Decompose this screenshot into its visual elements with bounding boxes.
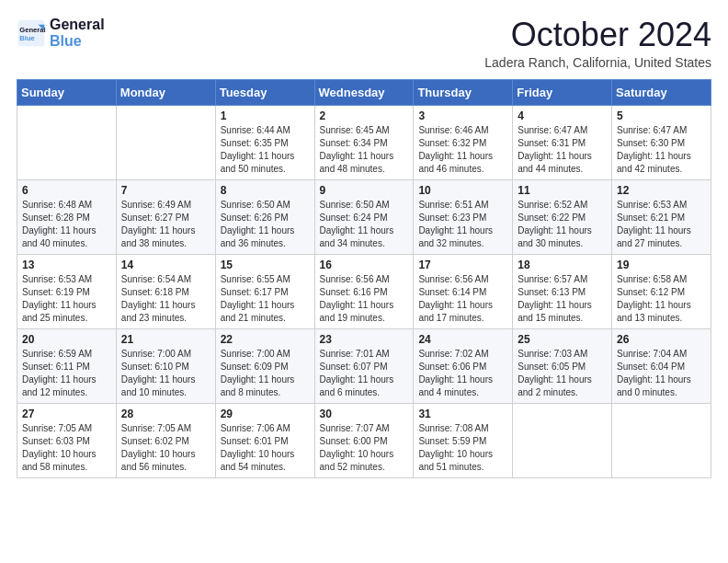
cell-info: Sunrise: 7:06 AM Sunset: 6:01 PM Dayligh… — [221, 422, 310, 474]
calendar-cell: 8Sunrise: 6:50 AM Sunset: 6:26 PM Daylig… — [215, 179, 314, 254]
calendar-cell: 25Sunrise: 7:03 AM Sunset: 6:05 PM Dayli… — [513, 328, 612, 403]
calendar-cell: 13Sunrise: 6:53 AM Sunset: 6:19 PM Dayli… — [17, 254, 117, 328]
cell-info: Sunrise: 6:50 AM Sunset: 6:24 PM Dayligh… — [320, 199, 409, 250]
logo-line1: General — [50, 17, 105, 33]
cell-info: Sunrise: 6:56 AM Sunset: 6:16 PM Dayligh… — [320, 273, 409, 325]
cell-info: Sunrise: 6:47 AM Sunset: 6:31 PM Dayligh… — [518, 124, 607, 176]
calendar-cell: 9Sunrise: 6:50 AM Sunset: 6:24 PM Daylig… — [314, 179, 414, 254]
calendar-cell: 22Sunrise: 7:00 AM Sunset: 6:09 PM Dayli… — [215, 328, 314, 403]
day-number: 19 — [617, 259, 706, 271]
calendar-cell: 18Sunrise: 6:57 AM Sunset: 6:13 PM Dayli… — [513, 254, 612, 328]
day-number: 20 — [22, 333, 111, 346]
cell-info: Sunrise: 6:48 AM Sunset: 6:28 PM Dayligh… — [22, 199, 111, 250]
day-number: 1 — [221, 109, 310, 122]
cell-info: Sunrise: 6:53 AM Sunset: 6:21 PM Dayligh… — [617, 199, 706, 250]
calendar-cell: 15Sunrise: 6:55 AM Sunset: 6:17 PM Dayli… — [215, 254, 314, 328]
day-header-thursday: Thursday — [414, 79, 513, 105]
header: General Blue General Blue October 2024 L… — [17, 17, 711, 70]
day-number: 18 — [518, 259, 607, 271]
cell-info: Sunrise: 7:02 AM Sunset: 6:06 PM Dayligh… — [418, 348, 507, 399]
day-header-wednesday: Wednesday — [314, 79, 414, 105]
day-number: 6 — [22, 184, 111, 197]
day-number: 30 — [320, 408, 409, 420]
day-number: 3 — [418, 109, 507, 122]
day-number: 14 — [121, 259, 210, 271]
calendar-cell — [17, 105, 117, 179]
calendar-cell: 29Sunrise: 7:06 AM Sunset: 6:01 PM Dayli… — [215, 403, 314, 477]
day-number: 27 — [22, 408, 111, 420]
calendar-cell: 31Sunrise: 7:08 AM Sunset: 5:59 PM Dayli… — [414, 403, 513, 477]
cell-info: Sunrise: 7:08 AM Sunset: 5:59 PM Dayligh… — [418, 422, 507, 474]
day-header-friday: Friday — [513, 79, 612, 105]
day-header-monday: Monday — [116, 79, 215, 105]
location: Ladera Ranch, California, United States — [484, 55, 711, 70]
cell-info: Sunrise: 6:49 AM Sunset: 6:27 PM Dayligh… — [121, 199, 210, 250]
cell-info: Sunrise: 6:54 AM Sunset: 6:18 PM Dayligh… — [121, 273, 210, 325]
title-block: October 2024 Ladera Ranch, California, U… — [484, 17, 711, 70]
calendar-week-1: 1Sunrise: 6:44 AM Sunset: 6:35 PM Daylig… — [17, 105, 711, 179]
cell-info: Sunrise: 6:58 AM Sunset: 6:12 PM Dayligh… — [617, 273, 706, 325]
day-number: 12 — [617, 184, 706, 197]
day-number: 22 — [221, 333, 310, 346]
calendar-cell: 21Sunrise: 7:00 AM Sunset: 6:10 PM Dayli… — [116, 328, 215, 403]
calendar-cell: 19Sunrise: 6:58 AM Sunset: 6:12 PM Dayli… — [612, 254, 711, 328]
day-number: 10 — [418, 184, 507, 197]
calendar-cell: 17Sunrise: 6:56 AM Sunset: 6:14 PM Dayli… — [414, 254, 513, 328]
logo: General Blue General Blue — [17, 17, 105, 49]
calendar-header-row: SundayMondayTuesdayWednesdayThursdayFrid… — [17, 79, 711, 105]
day-number: 4 — [518, 109, 607, 122]
calendar-cell — [612, 403, 711, 477]
logo-icon: General Blue — [17, 18, 46, 48]
day-number: 9 — [320, 184, 409, 197]
calendar-week-4: 20Sunrise: 6:59 AM Sunset: 6:11 PM Dayli… — [17, 328, 711, 403]
cell-info: Sunrise: 7:00 AM Sunset: 6:10 PM Dayligh… — [121, 348, 210, 399]
calendar-cell: 30Sunrise: 7:07 AM Sunset: 6:00 PM Dayli… — [314, 403, 414, 477]
calendar-cell: 5Sunrise: 6:47 AM Sunset: 6:30 PM Daylig… — [612, 105, 711, 179]
day-number: 7 — [121, 184, 210, 197]
cell-info: Sunrise: 6:47 AM Sunset: 6:30 PM Dayligh… — [617, 124, 706, 176]
svg-text:Blue: Blue — [19, 33, 34, 41]
day-header-sunday: Sunday — [17, 79, 117, 105]
calendar-cell: 28Sunrise: 7:05 AM Sunset: 6:02 PM Dayli… — [116, 403, 215, 477]
day-number: 31 — [418, 408, 507, 420]
logo-text: General Blue — [50, 17, 105, 49]
cell-info: Sunrise: 6:44 AM Sunset: 6:35 PM Dayligh… — [221, 124, 310, 176]
day-number: 24 — [418, 333, 507, 346]
calendar-cell: 26Sunrise: 7:04 AM Sunset: 6:04 PM Dayli… — [612, 328, 711, 403]
calendar-week-5: 27Sunrise: 7:05 AM Sunset: 6:03 PM Dayli… — [17, 403, 711, 477]
calendar-cell — [116, 105, 215, 179]
cell-info: Sunrise: 6:52 AM Sunset: 6:22 PM Dayligh… — [518, 199, 607, 250]
calendar-cell: 27Sunrise: 7:05 AM Sunset: 6:03 PM Dayli… — [17, 403, 117, 477]
calendar-cell: 1Sunrise: 6:44 AM Sunset: 6:35 PM Daylig… — [215, 105, 314, 179]
day-number: 13 — [22, 259, 111, 271]
calendar-cell: 10Sunrise: 6:51 AM Sunset: 6:23 PM Dayli… — [414, 179, 513, 254]
cell-info: Sunrise: 6:46 AM Sunset: 6:32 PM Dayligh… — [418, 124, 507, 176]
calendar-cell: 6Sunrise: 6:48 AM Sunset: 6:28 PM Daylig… — [17, 179, 117, 254]
calendar-week-3: 13Sunrise: 6:53 AM Sunset: 6:19 PM Dayli… — [17, 254, 711, 328]
day-number: 25 — [518, 333, 607, 346]
cell-info: Sunrise: 6:55 AM Sunset: 6:17 PM Dayligh… — [221, 273, 310, 325]
cell-info: Sunrise: 6:53 AM Sunset: 6:19 PM Dayligh… — [22, 273, 111, 325]
calendar-cell: 20Sunrise: 6:59 AM Sunset: 6:11 PM Dayli… — [17, 328, 117, 403]
cell-info: Sunrise: 6:57 AM Sunset: 6:13 PM Dayligh… — [518, 273, 607, 325]
day-number: 29 — [221, 408, 310, 420]
cell-info: Sunrise: 6:45 AM Sunset: 6:34 PM Dayligh… — [320, 124, 409, 176]
calendar-cell: 12Sunrise: 6:53 AM Sunset: 6:21 PM Dayli… — [612, 179, 711, 254]
calendar-cell: 23Sunrise: 7:01 AM Sunset: 6:07 PM Dayli… — [314, 328, 414, 403]
day-number: 28 — [121, 408, 210, 420]
day-number: 21 — [121, 333, 210, 346]
cell-info: Sunrise: 7:01 AM Sunset: 6:07 PM Dayligh… — [320, 348, 409, 399]
day-number: 15 — [221, 259, 310, 271]
cell-info: Sunrise: 6:50 AM Sunset: 6:26 PM Dayligh… — [221, 199, 310, 250]
day-number: 26 — [617, 333, 706, 346]
day-number: 16 — [320, 259, 409, 271]
day-number: 2 — [320, 109, 409, 122]
calendar-cell: 7Sunrise: 6:49 AM Sunset: 6:27 PM Daylig… — [116, 179, 215, 254]
calendar-cell: 4Sunrise: 6:47 AM Sunset: 6:31 PM Daylig… — [513, 105, 612, 179]
cell-info: Sunrise: 7:05 AM Sunset: 6:02 PM Dayligh… — [121, 422, 210, 474]
calendar-cell: 16Sunrise: 6:56 AM Sunset: 6:16 PM Dayli… — [314, 254, 414, 328]
cell-info: Sunrise: 6:59 AM Sunset: 6:11 PM Dayligh… — [22, 348, 111, 399]
cell-info: Sunrise: 7:05 AM Sunset: 6:03 PM Dayligh… — [22, 422, 111, 474]
calendar: SundayMondayTuesdayWednesdayThursdayFrid… — [17, 79, 711, 478]
cell-info: Sunrise: 7:07 AM Sunset: 6:00 PM Dayligh… — [320, 422, 409, 474]
